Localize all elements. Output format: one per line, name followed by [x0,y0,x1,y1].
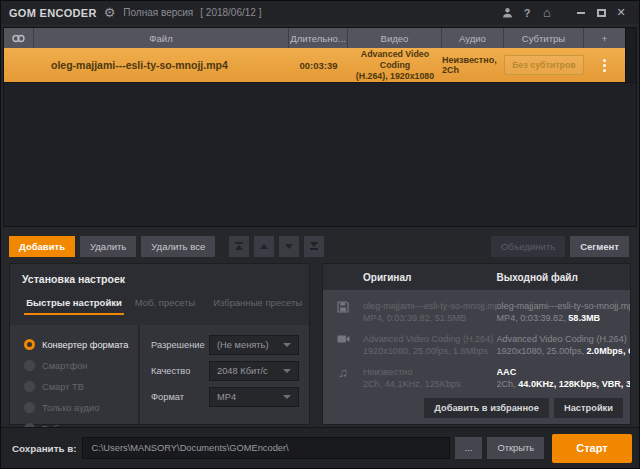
close-icon[interactable]: ✕ [611,5,631,21]
title-bar: GOM ENCODER ⚙ Полная версия [ 2018/06/12… [1,1,639,24]
bottom-bar: Сохранить в: ... Открыть Старт [1,427,639,468]
video-res-line: (H.264), 1920x1080 [356,71,434,82]
radio-label: Смартфон [42,361,87,371]
gear-icon[interactable]: ⚙ [104,5,116,20]
subtitles-chip[interactable]: Без субтитров [504,55,583,75]
link-column-header[interactable] [4,28,34,48]
original-video-info: Advanced Video Coding (H.264) 1920x1080,… [363,333,497,357]
link-icon [12,34,25,43]
file-list-table: Файл Длительно... Видео Аудио Субтитры +… [3,27,637,227]
move-up-icon[interactable] [254,236,274,257]
radio-audio-only[interactable]: Только аудио [24,397,138,418]
tab-mobile-presets[interactable]: Моб. пресеты [124,297,206,315]
file-save-icon [323,300,363,324]
row-duration: 00:03:39 [289,48,348,82]
column-header-video[interactable]: Видео [348,28,442,48]
chevron-down-icon [283,395,291,399]
add-button[interactable]: Добавить [9,236,75,257]
reorder-buttons [229,236,324,257]
column-header-duration[interactable]: Длительно... [289,28,348,48]
video-codec-line: Advanced Video Coding [348,49,442,71]
compare-actions: Добавить в избранное Настройки [424,398,623,418]
move-down-icon[interactable] [279,236,299,257]
column-header-file[interactable]: Файл [34,28,289,48]
column-header-add[interactable]: + [584,28,625,48]
output-title: Выходной файл [497,272,631,283]
table-body: oleg-majjami---esli-ty-so-mnojj.mp4 00:0… [4,48,636,226]
music-note-icon: ♫ [323,366,363,390]
rows-area: oleg-majjami---esli-ty-so-mnojj.mp4 00:0… [4,48,636,226]
chevron-down-icon [283,369,291,373]
remove-button[interactable]: Удалить [80,236,136,257]
chevron-down-icon [283,343,291,347]
tab-quick-settings[interactable]: Быстрые настройки [24,297,124,315]
segment-button[interactable]: Сегмент [570,236,629,257]
user-icon[interactable] [497,5,517,21]
format-value: MP4 [217,392,283,402]
row-filename: oleg-majjami---esli-ty-so-mnojj.mp4 [34,48,289,82]
start-button[interactable]: Старт [552,434,632,463]
radio-label: Только аудио [42,403,99,413]
radio-icon [24,381,35,392]
video-camera-icon [323,333,363,357]
column-header-subtitles[interactable]: Субтитры [504,28,584,48]
quick-settings-content: Конвертер формата Смартфон Смарт ТВ Толь… [10,325,309,424]
row-link-cell[interactable] [4,48,34,82]
table-header: Файл Длительно... Видео Аудио Субтитры + [4,28,636,48]
row-video-info: Advanced Video Coding (H.264), 1920x1080 [348,48,442,82]
move-top-icon[interactable] [229,236,249,257]
radio-label: Конвертер формата [42,340,128,350]
tab-favorite-presets[interactable]: Избранные пресеты [206,297,309,315]
file-toolbar: Добавить Удалить Удалить все Объединить … [9,235,629,257]
radio-smart-tv[interactable]: Смарт ТВ [24,376,138,397]
maximize-icon[interactable] [591,5,611,21]
open-folder-button[interactable]: Открыть [487,437,544,459]
format-field: Формат MP4 [151,387,299,407]
radio-smartphone[interactable]: Смартфон [24,355,138,376]
window-controls: ✕ [571,5,631,21]
output-video-info: Advanced Video Coding (H.264) 1920x1080,… [497,333,631,357]
save-to-label: Сохранить в: [12,443,76,454]
mode-radio-group: Конвертер формата Смартфон Смарт ТВ Толь… [10,325,140,424]
version-date: [ 2018/06/12 ] [200,7,261,18]
table-row[interactable]: oleg-majjami---esli-ty-so-mnojj.mp4 00:0… [4,48,636,83]
original-file-info: oleg-majjami---esli-ty-so-mnojj.mp4 MP4,… [363,300,497,324]
compare-panel: Оригинал Выходной файл oleg-majjami---es… [322,263,631,425]
remove-all-button[interactable]: Удалить все [141,236,215,257]
output-audio-info: AAC 2Ch, 44.0KHz, 128Kbps, VBR, 30 ... [497,366,631,390]
settings-tabs: Быстрые настройки Моб. пресеты Избранные… [10,289,309,315]
compare-body: oleg-majjami---esli-ty-so-mnojj.mp4 MP4,… [323,290,630,424]
help-icon[interactable]: ? [517,5,537,21]
row-audio-info: Неизвестно, 2Ch [442,48,504,82]
resolution-value: (Не менять) [217,340,283,350]
compare-row-file: oleg-majjami---esli-ty-so-mnojj.mp4 MP4,… [323,300,630,324]
kebab-menu-icon[interactable] [603,59,606,72]
header-scrollbar-gap [625,28,636,48]
row-menu-cell [584,48,625,82]
radio-label: Смарт ТВ [42,382,84,392]
version-label: Полная версия [123,7,193,18]
home-icon[interactable]: ⌂ [537,5,557,21]
settings-button[interactable]: Настройки [554,398,623,418]
format-label: Формат [151,392,209,402]
settings-panel: Установка настроек Быстрые настройки Моб… [9,263,310,425]
app-title: GOM ENCODER [9,7,97,19]
quality-select[interactable]: 2048 Кбит/с [209,361,299,381]
output-file-info: oleg-majjami---esli-ty-so-mnojj.mp4 MP4,… [497,300,631,324]
compare-row-video: Advanced Video Coding (H.264) 1920x1080,… [323,333,630,357]
output-path-input[interactable] [82,437,449,459]
format-select[interactable]: MP4 [209,387,299,407]
move-bottom-icon[interactable] [304,236,324,257]
radio-format-converter[interactable]: Конвертер формата [24,334,138,355]
radio-icon [24,360,35,371]
radio-icon [24,339,35,350]
column-header-audio[interactable]: Аудио [442,28,504,48]
resolution-label: Разрешение [151,340,209,350]
add-favorite-button[interactable]: Добавить в избранное [424,398,549,418]
compare-row-audio: ♫ Неизвестно 2Ch, 44.1KHz, 125Kbps AAC 2… [323,366,630,390]
resolution-select[interactable]: (Не менять) [209,335,299,355]
merge-button[interactable]: Объединить [491,236,565,257]
browse-button[interactable]: ... [455,437,483,459]
row-subtitles-cell: Без субтитров [504,48,584,82]
minimize-icon[interactable] [571,5,591,21]
